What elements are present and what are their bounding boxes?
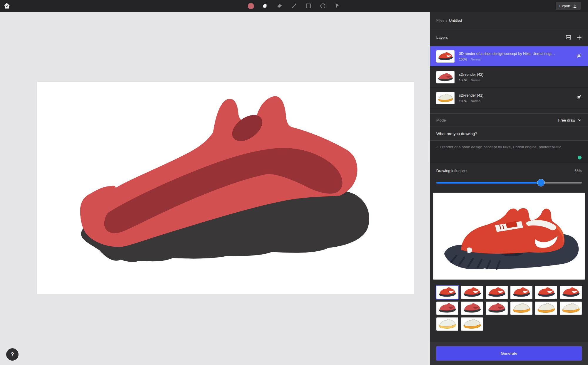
visibility-toggle[interactable] xyxy=(576,95,582,101)
slider-thumb[interactable] xyxy=(537,179,545,186)
eraser-tool-button[interactable] xyxy=(276,3,283,9)
visibility-toggle[interactable] xyxy=(576,53,582,60)
visibility-off-icon xyxy=(576,95,582,100)
color-swatch-icon xyxy=(248,3,254,9)
canvas-area: ? xyxy=(0,12,430,365)
gallery-grid xyxy=(436,286,582,331)
shoe-thumbnail-image xyxy=(436,50,455,63)
status-dot xyxy=(578,156,582,159)
shoe-thumbnail-image xyxy=(461,302,483,314)
drawing-canvas[interactable] xyxy=(37,82,414,294)
prompt-question: What are you drawing? xyxy=(436,132,477,136)
layer-title: s2r-render (42) xyxy=(459,73,483,77)
generate-label: Generate xyxy=(501,351,517,356)
layer-blend-mode: Normal xyxy=(471,99,481,103)
help-label: ? xyxy=(11,351,14,358)
layer-row[interactable]: s2r-render (41) 100% Normal xyxy=(430,88,588,109)
shoe-thumbnail-image xyxy=(461,286,483,299)
breadcrumb-separator: / xyxy=(446,18,447,23)
help-button[interactable]: ? xyxy=(6,348,19,361)
gallery-thumbnail[interactable] xyxy=(461,317,483,331)
gallery-thumbnail[interactable] xyxy=(535,302,557,315)
layer-row[interactable]: 3D render of a shoe design concept by Ni… xyxy=(430,46,588,67)
shoe-thumbnail-image xyxy=(437,286,458,299)
toolbar xyxy=(248,0,340,12)
app-logo[interactable] xyxy=(3,2,11,10)
influence-slider[interactable] xyxy=(436,179,582,186)
gallery-thumbnail[interactable] xyxy=(510,286,532,299)
shoe-thumbnail-image xyxy=(535,286,557,299)
gallery-thumbnail[interactable] xyxy=(560,286,582,299)
shoe-thumbnail-image xyxy=(486,302,507,314)
mode-row: Mode Free draw xyxy=(430,113,588,127)
layers-title: Layers xyxy=(436,35,448,40)
shoe-thumbnail-image xyxy=(461,318,483,330)
shoe-thumbnail-image xyxy=(535,302,557,314)
generate-button[interactable]: Generate xyxy=(436,346,582,361)
prompt-text: 3D render of a shoe design concept by Ni… xyxy=(436,145,561,149)
gallery-thumbnail[interactable] xyxy=(535,286,557,299)
layer-thumbnail xyxy=(436,50,455,63)
gallery-thumbnail[interactable] xyxy=(486,286,508,299)
line-icon xyxy=(291,3,297,9)
cursor-icon xyxy=(334,3,340,9)
gallery-thumbnail[interactable] xyxy=(461,286,483,299)
breadcrumb-parent[interactable]: Files xyxy=(436,18,444,23)
gallery-thumbnail[interactable] xyxy=(510,302,532,315)
result-preview[interactable] xyxy=(433,193,585,280)
shoe-thumbnail-image xyxy=(560,286,582,299)
mode-select[interactable]: Free draw xyxy=(558,118,582,122)
brush-tool-button[interactable] xyxy=(262,3,268,9)
line-tool-button[interactable] xyxy=(291,3,297,9)
layer-thumbnail xyxy=(436,71,455,83)
layer-thumbnail xyxy=(436,92,455,104)
shoe-sketch xyxy=(37,82,414,294)
panel-footer: Generate xyxy=(430,342,588,365)
gallery-thumbnail[interactable] xyxy=(436,317,458,331)
gallery-thumbnail[interactable] xyxy=(461,302,483,315)
prompt-question-row: What are you drawing? xyxy=(430,127,588,141)
layers-header: Layers xyxy=(430,29,588,46)
influence-section: Drawing influence 65% xyxy=(430,163,588,188)
gallery-thumbnail[interactable] xyxy=(436,302,458,315)
image-add-icon xyxy=(566,35,572,41)
gallery-thumbnail[interactable] xyxy=(486,302,508,315)
chevron-down-icon xyxy=(578,118,582,122)
ellipse-icon xyxy=(320,3,326,9)
layer-opacity: 100% xyxy=(459,58,467,61)
layer-opacity: 100% xyxy=(459,78,467,82)
layer-blend-mode: Normal xyxy=(471,58,481,61)
layers-list: 3D render of a shoe design concept by Ni… xyxy=(430,46,588,109)
home-icon xyxy=(3,2,10,9)
layer-row[interactable]: s2r-render (42) 100% Normal xyxy=(430,67,588,88)
eraser-icon xyxy=(276,3,283,9)
mode-value: Free draw xyxy=(558,118,575,122)
ellipse-tool-button[interactable] xyxy=(320,3,326,9)
download-icon xyxy=(573,4,577,8)
brush-icon xyxy=(262,3,268,9)
visibility-off-icon xyxy=(576,53,582,58)
prompt-input[interactable]: 3D render of a shoe design concept by Ni… xyxy=(430,141,588,163)
influence-label: Drawing influence xyxy=(436,169,467,173)
layer-opacity: 100% xyxy=(459,99,467,103)
breadcrumb-current: Untitled xyxy=(449,18,462,23)
rectangle-tool-button[interactable] xyxy=(305,3,312,9)
gallery-thumbnail[interactable] xyxy=(560,302,582,315)
shoe-thumbnail-image xyxy=(436,71,455,83)
select-tool-button[interactable] xyxy=(334,3,340,9)
shoe-thumbnail-image xyxy=(486,286,507,299)
shoe-thumbnail-image xyxy=(511,286,532,299)
plus-icon xyxy=(577,35,582,40)
shoe-thumbnail-image xyxy=(437,302,458,314)
gallery-thumbnail[interactable] xyxy=(436,286,458,299)
add-image-layer-button[interactable] xyxy=(566,35,572,41)
add-layer-button[interactable] xyxy=(577,35,582,40)
shoe-thumbnail-image xyxy=(436,92,455,104)
export-label: Export xyxy=(559,4,570,8)
color-swatch-button[interactable] xyxy=(248,3,254,9)
influence-value: 65% xyxy=(574,169,582,173)
preview-shoe-render xyxy=(433,193,585,280)
topbar: Export xyxy=(0,0,588,12)
layer-title: s2r-render (41) xyxy=(459,93,483,97)
export-button[interactable]: Export xyxy=(556,2,581,10)
